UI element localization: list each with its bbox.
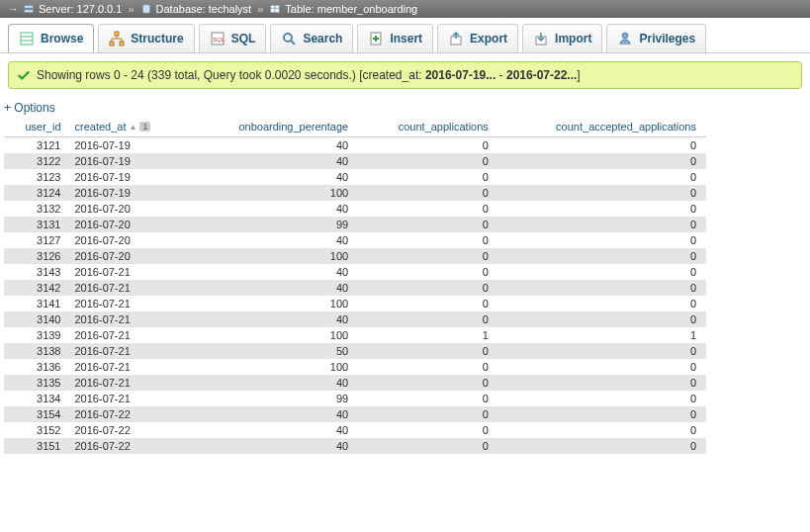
- cell-count_accepted_applications: 0: [498, 296, 706, 311]
- tab-export[interactable]: Export: [437, 24, 518, 52]
- table-row[interactable]: 31242016-07-1910000: [4, 185, 706, 201]
- table-row[interactable]: 31432016-07-214000: [4, 264, 706, 280]
- svg-rect-10: [110, 42, 114, 45]
- cell-created_at: 2016-07-21: [71, 264, 193, 280]
- cell-count_applications: 0: [358, 406, 498, 422]
- col-label: count_accepted_applications: [556, 121, 696, 133]
- options-link[interactable]: + Options: [4, 101, 55, 115]
- cell-count_applications: 1: [358, 327, 498, 343]
- cell-user_id: 3135: [4, 375, 71, 391]
- tab-label: SQL: [231, 32, 256, 45]
- col-header-count_applications[interactable]: count_applications: [358, 117, 498, 137]
- col-header-count_accepted_applications[interactable]: count_accepted_applications: [498, 117, 706, 137]
- table-row[interactable]: 31352016-07-214000: [4, 375, 706, 391]
- breadcrumb-server[interactable]: Server: 127.0.0.1: [39, 3, 122, 15]
- table-icon: [269, 3, 281, 15]
- col-label: count_applications: [399, 121, 489, 133]
- cell-count_applications: 0: [358, 375, 498, 391]
- table-label: Table:: [285, 3, 314, 15]
- cell-user_id: 3152: [4, 422, 71, 438]
- svg-rect-11: [120, 42, 124, 45]
- msg-before: Showing rows 0 - 24 (339 total, Query to…: [37, 68, 425, 82]
- tab-privileges[interactable]: Privileges: [606, 24, 706, 52]
- tab-insert[interactable]: Insert: [357, 24, 433, 52]
- table-row[interactable]: 31232016-07-194000: [4, 169, 706, 185]
- cell-created_at: 2016-07-20: [71, 201, 193, 217]
- nav-arrow-icon: →: [8, 3, 19, 15]
- table-row[interactable]: 31512016-07-224000: [4, 438, 706, 454]
- tab-structure[interactable]: Structure: [98, 24, 194, 52]
- cell-onboarding_perentage: 50: [192, 343, 358, 359]
- tab-bar: Browse Structure SQL SQL Search Insert E…: [0, 18, 810, 53]
- cell-onboarding_perentage: 40: [192, 438, 358, 454]
- table-row[interactable]: 31312016-07-209900: [4, 217, 706, 232]
- cell-count_accepted_applications: 0: [498, 201, 706, 217]
- cell-created_at: 2016-07-19: [71, 153, 193, 169]
- breadcrumb-database[interactable]: Database: techalyst: [156, 3, 252, 15]
- svg-rect-0: [25, 5, 34, 8]
- structure-icon: [109, 31, 125, 46]
- svg-line-19: [291, 41, 295, 44]
- cell-created_at: 2016-07-21: [71, 375, 193, 391]
- tab-label: Structure: [131, 32, 183, 45]
- breadcrumb-table[interactable]: Table: member_onboarding: [285, 3, 417, 15]
- db-label: Database:: [156, 3, 206, 15]
- cell-count_applications: 0: [358, 232, 498, 248]
- search-icon: [281, 31, 297, 46]
- cell-count_accepted_applications: 0: [498, 406, 706, 422]
- cell-user_id: 3132: [4, 201, 71, 217]
- table-row[interactable]: 31412016-07-2110000: [4, 296, 706, 311]
- cell-count_applications: 0: [358, 296, 498, 311]
- table-row[interactable]: 31522016-07-224000: [4, 422, 706, 438]
- cell-onboarding_perentage: 40: [192, 375, 358, 391]
- server-label: Server:: [39, 3, 73, 15]
- table-row[interactable]: 31222016-07-194000: [4, 153, 706, 169]
- table-row[interactable]: 31382016-07-215000: [4, 343, 706, 359]
- table-row[interactable]: 31212016-07-194000: [4, 137, 706, 154]
- table-row[interactable]: 31262016-07-2010000: [4, 248, 706, 264]
- col-header-onboarding_perentage[interactable]: onboarding_perentage: [192, 117, 358, 137]
- table-row[interactable]: 31422016-07-214000: [4, 280, 706, 296]
- table-row[interactable]: 31322016-07-204000: [4, 201, 706, 217]
- cell-onboarding_perentage: 40: [192, 264, 358, 280]
- results-table: user_id created_at ▲ 1 onboarding_perent…: [4, 117, 706, 454]
- tab-sql[interactable]: SQL SQL: [199, 24, 267, 52]
- cell-count_applications: 0: [358, 185, 498, 201]
- cell-count_accepted_applications: 0: [498, 375, 706, 391]
- cell-user_id: 3124: [4, 185, 71, 201]
- cell-onboarding_perentage: 40: [192, 280, 358, 296]
- cell-count_applications: 0: [358, 264, 498, 280]
- col-header-created_at[interactable]: created_at ▲ 1: [71, 117, 193, 137]
- cell-count_accepted_applications: 0: [498, 391, 706, 406]
- cell-count_accepted_applications: 0: [498, 280, 706, 296]
- table-row[interactable]: 31342016-07-219900: [4, 391, 706, 406]
- cell-count_accepted_applications: 0: [498, 311, 706, 327]
- table-row[interactable]: 31542016-07-224000: [4, 406, 706, 422]
- tab-search[interactable]: Search: [270, 24, 353, 52]
- tab-browse[interactable]: Browse: [8, 24, 94, 52]
- db-value: techalyst: [209, 3, 251, 15]
- cell-count_applications: 0: [358, 248, 498, 264]
- table-row[interactable]: 31402016-07-214000: [4, 311, 706, 327]
- svg-text:SQL: SQL: [213, 37, 225, 43]
- cell-user_id: 3139: [4, 327, 71, 343]
- cell-count_accepted_applications: 0: [498, 153, 706, 169]
- msg-range-start: 2016-07-19...: [425, 68, 495, 82]
- col-label: created_at: [75, 121, 127, 133]
- message-text: Showing rows 0 - 24 (339 total, Query to…: [37, 68, 581, 82]
- table-row[interactable]: 31272016-07-204000: [4, 232, 706, 248]
- table-row[interactable]: 31392016-07-2110011: [4, 327, 706, 343]
- cell-count_applications: 0: [358, 311, 498, 327]
- table-row[interactable]: 31362016-07-2110000: [4, 359, 706, 375]
- cell-user_id: 3131: [4, 217, 71, 232]
- col-header-user_id[interactable]: user_id: [4, 117, 71, 137]
- cell-created_at: 2016-07-20: [71, 232, 193, 248]
- cell-count_accepted_applications: 0: [498, 264, 706, 280]
- tab-import[interactable]: Import: [522, 24, 602, 52]
- cell-created_at: 2016-07-21: [71, 311, 193, 327]
- import-icon: [533, 31, 549, 46]
- tab-label: Search: [303, 32, 342, 45]
- cell-user_id: 3141: [4, 296, 71, 311]
- cell-onboarding_perentage: 100: [192, 248, 358, 264]
- cell-user_id: 3127: [4, 232, 71, 248]
